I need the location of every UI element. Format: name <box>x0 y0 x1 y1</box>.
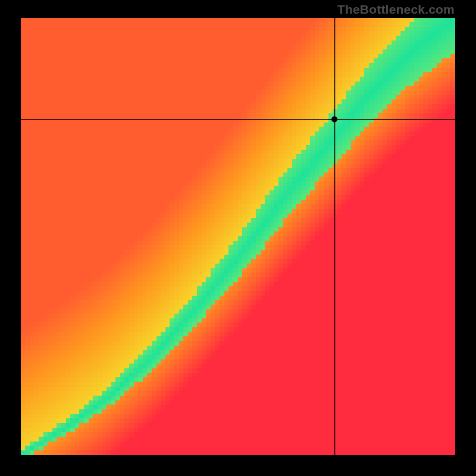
watermark-label: TheBottleneck.com <box>337 2 455 17</box>
bottleneck-heatmap <box>21 18 455 455</box>
plot-area <box>21 18 455 455</box>
chart-frame: TheBottleneck.com <box>0 0 476 476</box>
